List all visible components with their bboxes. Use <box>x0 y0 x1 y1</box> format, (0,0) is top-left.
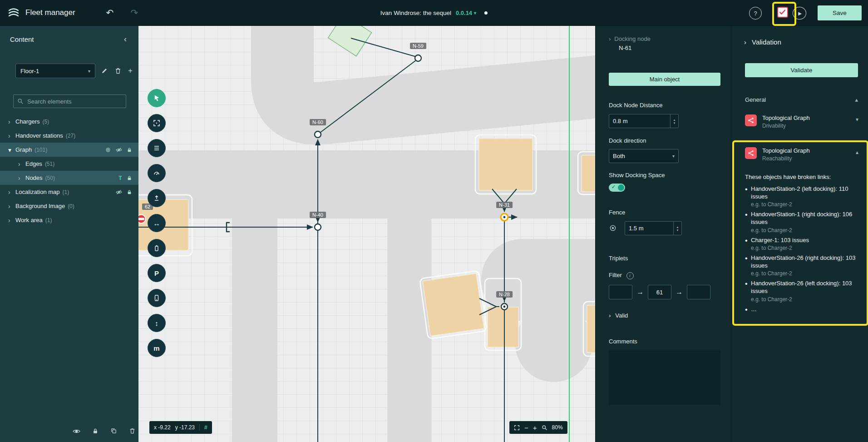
sidebar-item-background-image[interactable]: › Background Image (0) <box>0 199 138 213</box>
triplet-filter-row: → → <box>609 285 710 299</box>
triplet-middle-input[interactable] <box>648 285 671 299</box>
node-label[interactable]: N-60 <box>310 119 326 125</box>
select-tool-button[interactable] <box>148 89 166 107</box>
triplet-to-input[interactable] <box>687 285 710 299</box>
measure-tool-button[interactable]: m <box>148 339 166 357</box>
tree-count: (1) <box>45 217 52 223</box>
lock-icon[interactable] <box>127 175 132 181</box>
broken-links-intro: These objects have broken links: <box>745 174 856 180</box>
tree-label: Background Image <box>15 203 65 209</box>
fit-view-button[interactable] <box>148 114 166 132</box>
stepper-buttons[interactable]: ▴▾ <box>670 114 678 128</box>
redo-button[interactable]: ↷ <box>128 6 141 19</box>
list-item[interactable]: HandoverStation-26 (left docking): 103 i… <box>745 280 858 302</box>
station-tool-button[interactable] <box>148 189 166 207</box>
validation-card-reachability[interactable]: Topological Graph Reachability ▴ <box>745 147 858 162</box>
handover-tool-button[interactable] <box>148 289 166 307</box>
card-subtitle: Drivability <box>762 123 810 129</box>
fence-target-icon[interactable] <box>609 224 617 232</box>
collapse-sidebar-button[interactable]: ‹ <box>124 35 127 44</box>
visibility-icon[interactable] <box>73 427 80 435</box>
parking-tool-button[interactable]: P <box>148 264 166 282</box>
node-label[interactable]: N-59 <box>410 43 426 49</box>
top-bar: Fleet manager ↶ ↷ Ivan Windrose: the seq… <box>0 0 868 26</box>
validation-card-drivability[interactable]: Topological Graph Drivability ▾ <box>745 114 858 129</box>
validation-toggle-button[interactable] <box>777 7 788 18</box>
lock-icon[interactable] <box>127 189 132 195</box>
simulate-button[interactable]: ▶ <box>793 7 806 20</box>
list-item[interactable]: HandoverStation-2 (left docking): 110 is… <box>745 185 858 208</box>
map-canvas[interactable]: N-59 N-60 N-40 N-31 N-28 62 <box>138 25 595 442</box>
list-item[interactable]: HandoverStation-26 (right docking): 103 … <box>745 254 858 277</box>
help-button[interactable]: ? <box>749 7 762 20</box>
sidebar-item-work-area[interactable]: › Work area (1) <box>0 213 138 227</box>
visibility-off-icon[interactable] <box>116 189 122 195</box>
validate-button[interactable]: Validate <box>745 63 858 77</box>
trash-icon[interactable] <box>129 427 136 435</box>
validation-header[interactable]: › Validation <box>744 38 781 46</box>
main-object-button[interactable]: Main object <box>609 73 720 86</box>
lock-icon[interactable] <box>92 427 99 435</box>
dock-direction-label: Dock direction <box>609 137 646 144</box>
duplicate-icon[interactable] <box>110 427 117 435</box>
chevron-right-icon: › <box>8 189 15 196</box>
object-breadcrumb[interactable]: › Docking node <box>609 35 651 42</box>
chevron-right-icon: › <box>8 203 15 210</box>
sidebar-item-edges[interactable]: › Edges (51) <box>0 157 138 171</box>
fence-distance-input[interactable] <box>625 225 673 232</box>
node-label[interactable]: N-31 <box>496 202 513 208</box>
sidebar-item-handover-stations[interactable]: › Handover stations (27) <box>0 129 138 143</box>
general-section-toggle[interactable]: General ▴ <box>745 96 858 103</box>
delete-floor-icon[interactable] <box>114 67 122 74</box>
fit-screen-button[interactable] <box>514 425 520 431</box>
node-label[interactable]: N-28 <box>496 291 513 298</box>
lock-icon[interactable] <box>127 147 132 153</box>
error-graph-icon <box>745 114 757 126</box>
text-labels-toggle-icon[interactable]: T <box>118 174 122 181</box>
drive-check-button[interactable] <box>148 164 166 182</box>
dock-direction-select[interactable]: Both ▾ <box>609 149 679 163</box>
edit-floor-icon[interactable] <box>101 67 108 74</box>
visibility-off-icon[interactable] <box>116 147 122 153</box>
properties-panel: › Docking node N-61 Main object Dock Nod… <box>595 25 731 442</box>
comments-textarea[interactable] <box>609 349 720 405</box>
charger-tool-button[interactable] <box>148 239 166 257</box>
triplet-from-input[interactable] <box>609 285 632 299</box>
floor-select[interactable]: Floor-1 ▾ <box>15 64 95 78</box>
vertical-move-button[interactable]: ↕ <box>148 314 166 332</box>
info-icon[interactable]: i <box>626 272 634 279</box>
add-floor-icon[interactable]: + <box>128 67 133 74</box>
show-docking-space-toggle[interactable]: ✓ <box>609 184 625 192</box>
list-item[interactable]: HandoverStation-1 (right docking): 106 i… <box>745 211 858 233</box>
sidebar-item-chargers[interactable]: › Chargers (5) <box>0 114 138 129</box>
grid-snap-toggle[interactable]: # <box>199 424 207 431</box>
zoom-out-button[interactable]: − <box>524 424 528 432</box>
validation-panel: › Validation Validate General ▴ Topologi… <box>731 25 868 442</box>
tree-count: (0) <box>68 203 74 209</box>
dock-node-distance-label: Dock Node Distance <box>609 102 663 109</box>
list-item[interactable]: … <box>745 306 858 313</box>
chevron-right-icon: › <box>609 312 611 319</box>
chevron-up-icon: ▴ <box>855 96 858 103</box>
horizontal-move-button[interactable]: ↔ <box>148 214 166 232</box>
save-button[interactable]: Save <box>818 5 862 20</box>
zoom-in-button[interactable]: + <box>533 424 537 432</box>
search-input[interactable] <box>26 98 122 105</box>
node-label[interactable]: N-40 <box>310 212 326 218</box>
sidebar-item-graph[interactable]: ▾ Graph (101) <box>0 143 138 157</box>
dock-node-distance-input[interactable] <box>609 118 670 124</box>
layers-list-button[interactable] <box>148 139 166 157</box>
sidebar-item-localization-map[interactable]: › Localization map (1) <box>0 185 138 199</box>
content-sidebar: Content ‹ Floor-1 ▾ + › Chargers (5) <box>0 25 138 442</box>
zoom-level[interactable]: 80% <box>552 424 563 431</box>
sidebar-item-nodes[interactable]: › Nodes (50) T <box>0 171 138 185</box>
focus-target-icon[interactable] <box>105 147 111 153</box>
valid-section-toggle[interactable]: › Valid <box>609 312 628 319</box>
version-dropdown[interactable]: 0.0.14 ▾ <box>456 10 476 16</box>
issue-title: HandoverStation-2 (left docking): 110 is… <box>751 185 858 200</box>
undo-button[interactable]: ↶ <box>104 6 116 19</box>
list-item[interactable]: Charger-1: 103 issues e.g. to Charger-2 <box>745 237 858 252</box>
issue-example: e.g. to Charger-2 <box>751 245 858 251</box>
cursor-icon <box>153 94 160 102</box>
stepper-buttons[interactable]: ▴▾ <box>673 222 681 235</box>
